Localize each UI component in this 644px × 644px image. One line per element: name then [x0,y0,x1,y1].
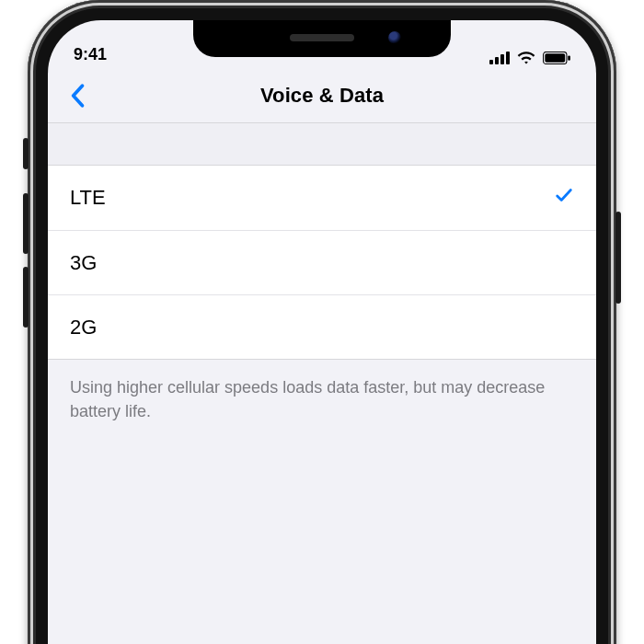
page-title: Voice & Data [260,84,384,108]
option-label: 3G [70,251,97,275]
footer-note: Using higher cellular speeds loads data … [48,362,596,436]
svg-rect-1 [545,53,565,63]
nav-bar: Voice & Data [48,68,596,123]
battery-full-icon [543,52,570,64]
back-button[interactable] [61,79,94,112]
status-time: 9:41 [74,45,107,64]
option-label: 2G [70,316,97,339]
volume-up-key [23,193,29,254]
volume-down-key [23,267,29,328]
device-frame: 9:41 [28,0,616,644]
side-button [615,212,621,304]
screen: 9:41 [48,20,596,644]
checkmark-icon [554,185,574,211]
option-2g[interactable]: 2G [48,294,596,359]
svg-rect-2 [568,55,570,60]
voice-data-options: LTE 3G 2G [48,166,596,360]
status-bar: 9:41 [48,20,596,68]
option-label: LTE [70,186,106,210]
option-3g[interactable]: 3G [48,230,596,294]
cellular-signal-icon [489,52,510,64]
chevron-left-icon [70,84,85,108]
wifi-icon [517,52,535,64]
mute-switch [23,138,29,169]
list-header-spacer [48,123,596,166]
option-lte[interactable]: LTE [48,166,596,230]
